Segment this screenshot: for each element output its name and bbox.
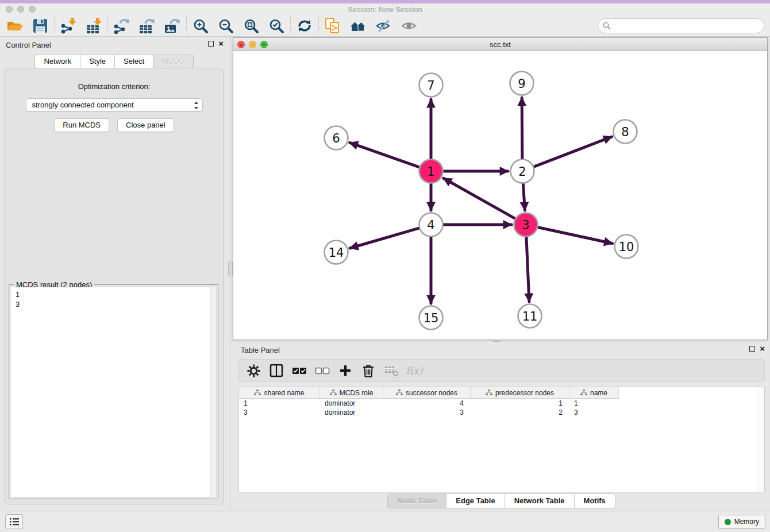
task-history-button[interactable] xyxy=(5,514,23,529)
cell[interactable]: 2 xyxy=(471,408,569,417)
table-panel-float-button[interactable] xyxy=(749,346,755,352)
node-15[interactable]: 15 xyxy=(419,306,443,330)
table-tab-edge-table[interactable]: Edge Table xyxy=(446,494,504,508)
toolbar-separator xyxy=(290,17,291,34)
node-8[interactable]: 8 xyxy=(614,120,637,144)
edge-3-1[interactable] xyxy=(444,178,515,218)
column-header-successor-nodes[interactable]: successor nodes xyxy=(383,387,471,399)
node-9[interactable]: 9 xyxy=(510,72,534,95)
cell[interactable]: dominator xyxy=(320,399,383,408)
column-header-predecessor-nodes[interactable]: predecessor nodes xyxy=(471,387,569,399)
cell[interactable]: 3 xyxy=(569,408,619,417)
search-input[interactable] xyxy=(598,18,764,33)
save-session-icon[interactable] xyxy=(28,16,53,36)
run-mcds-button[interactable]: Run MCDS xyxy=(54,118,109,132)
clone-network-icon[interactable] xyxy=(320,16,345,36)
delete-table-icon xyxy=(384,363,399,378)
node-1[interactable]: 1 xyxy=(419,160,443,183)
column-visibility-icon[interactable] xyxy=(269,363,284,378)
table-settings-icon[interactable] xyxy=(246,363,261,378)
criterion-dropdown[interactable]: strongly connected component xyxy=(26,98,203,111)
svg-text:14: 14 xyxy=(329,246,344,260)
cell[interactable]: 1 xyxy=(239,399,320,408)
node-2[interactable]: 2 xyxy=(511,160,534,183)
refresh-icon[interactable] xyxy=(292,16,317,36)
column-header-MCDS-role[interactable]: MCDS role xyxy=(320,387,383,399)
zoom-out-icon[interactable] xyxy=(213,16,238,36)
table-row[interactable]: 3dominator323 xyxy=(239,408,764,417)
edge-1-6[interactable] xyxy=(350,142,420,167)
memory-button[interactable]: Memory xyxy=(718,515,765,529)
mcds-panel: Optimization criterion: strongly connect… xyxy=(5,68,224,504)
criterion-dropdown-value: strongly connected component xyxy=(32,101,134,109)
close-panel-button[interactable]: Close panel xyxy=(117,118,174,132)
table-tab-network-table[interactable]: Network Table xyxy=(505,494,574,508)
edge-2-9[interactable] xyxy=(522,98,522,159)
export-image-icon[interactable] xyxy=(160,16,185,36)
control-tab-mcds[interactable]: MCDS xyxy=(153,55,193,68)
vertical-splitter-handle[interactable] xyxy=(228,261,233,276)
network-canvas[interactable]: 1234678910111415 xyxy=(233,51,767,340)
mcds-result-area[interactable]: 1 3 xyxy=(11,287,216,497)
zoom-in-icon[interactable] xyxy=(188,16,213,36)
open-session-icon[interactable] xyxy=(2,16,28,36)
cell[interactable]: 1 xyxy=(471,399,569,408)
cell[interactable]: 3 xyxy=(383,408,471,417)
export-network-icon[interactable] xyxy=(109,16,134,36)
delete-column-icon[interactable] xyxy=(361,363,376,378)
svg-text:1: 1 xyxy=(427,165,434,179)
control-tab-style[interactable]: Style xyxy=(80,55,114,68)
hide-details-icon[interactable] xyxy=(371,16,396,36)
show-details-icon[interactable] xyxy=(396,16,421,36)
import-table-icon[interactable] xyxy=(81,16,106,36)
function-builder-icon: f(x) xyxy=(407,363,422,378)
toolbar-separator xyxy=(318,17,319,34)
mcds-result-group: MCDS result (2 nodes) 1 3 xyxy=(9,284,218,499)
cell[interactable]: 1 xyxy=(569,399,619,408)
table-panel-close-button[interactable]: × xyxy=(760,345,765,352)
control-tab-network[interactable]: Network xyxy=(34,55,80,68)
node-10[interactable]: 10 xyxy=(615,235,638,259)
control-tab-select[interactable]: Select xyxy=(114,55,153,68)
cell[interactable]: 3 xyxy=(239,408,320,417)
control-panel-close-button[interactable]: × xyxy=(218,40,224,47)
table-row[interactable]: 1dominator411 xyxy=(239,399,764,408)
toolbar-separator xyxy=(54,17,55,34)
node-3[interactable]: 3 xyxy=(514,213,538,237)
column-header-name[interactable]: name xyxy=(569,387,619,399)
import-network-icon[interactable] xyxy=(56,16,81,36)
export-table-icon[interactable] xyxy=(134,16,160,36)
svg-text:15: 15 xyxy=(424,311,439,325)
network-window-titlebar[interactable]: x − + scc.txt xyxy=(233,38,767,51)
svg-text:11: 11 xyxy=(522,310,538,323)
cell[interactable]: 4 xyxy=(383,399,471,408)
network-graph: 1234678910111415 xyxy=(233,51,767,340)
control-panel-title: Control Panel xyxy=(6,41,51,49)
node-6[interactable]: 6 xyxy=(325,126,348,150)
cell[interactable]: dominator xyxy=(320,408,383,417)
zoom-fit-icon[interactable] xyxy=(238,16,264,36)
select-all-icon[interactable] xyxy=(292,363,307,378)
search-icon xyxy=(603,22,611,32)
zoom-selected-icon[interactable] xyxy=(264,16,289,36)
node-7[interactable]: 7 xyxy=(419,74,443,97)
column-header-shared-name[interactable]: shared name xyxy=(239,387,320,399)
edge-2-3[interactable] xyxy=(523,183,525,210)
home-icon[interactable] xyxy=(345,16,371,36)
control-panel-float-button[interactable] xyxy=(208,41,214,47)
edge-4-14[interactable] xyxy=(350,228,419,248)
add-column-icon[interactable] xyxy=(338,363,353,378)
table-tab-motifs[interactable]: Motifs xyxy=(574,494,615,508)
deselect-all-icon[interactable] xyxy=(315,363,330,378)
node-14[interactable]: 14 xyxy=(325,241,348,264)
table-scrollbar[interactable] xyxy=(757,387,764,492)
list-icon xyxy=(9,517,20,526)
status-bar: Memory xyxy=(0,511,770,532)
edge-3-10[interactable] xyxy=(538,227,613,243)
edge-2-8[interactable] xyxy=(534,137,612,167)
table-tab-node-table[interactable]: Node Table xyxy=(387,494,446,508)
node-4[interactable]: 4 xyxy=(419,213,443,237)
node-11[interactable]: 11 xyxy=(518,304,542,328)
mcds-result-scrollbar[interactable] xyxy=(210,287,216,497)
edge-3-11[interactable] xyxy=(526,237,529,302)
